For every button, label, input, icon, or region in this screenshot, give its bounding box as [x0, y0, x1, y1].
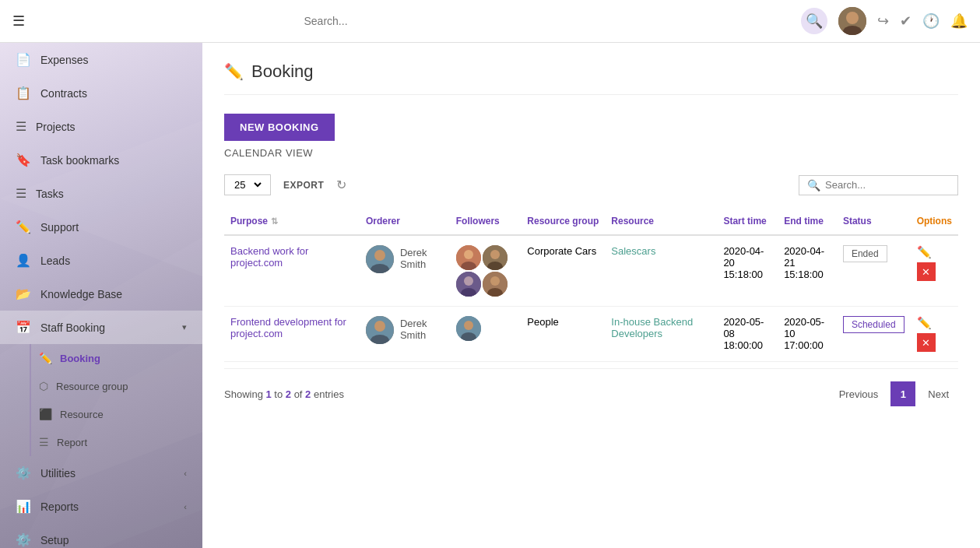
- follower-avatar: [456, 272, 481, 297]
- booking-icon: ✏️: [39, 352, 52, 364]
- sidebar-item-expenses[interactable]: 📄 Expenses: [0, 43, 202, 76]
- svg-point-19: [490, 276, 500, 286]
- status-badge: Ended: [843, 245, 887, 262]
- purpose-link[interactable]: Frontend development for project.com: [230, 316, 346, 339]
- resource-icon: ⬛: [39, 408, 52, 420]
- tasks-icon: ☰: [16, 186, 26, 201]
- task-bookmarks-icon: 🔖: [16, 153, 31, 167]
- sidebar-item-utilities[interactable]: ⚙️ Utilities ‹: [0, 456, 202, 490]
- col-purpose: Purpose ⇅: [224, 208, 360, 235]
- showing-text: Showing 1 to 2 of 2 entries: [224, 388, 344, 400]
- search-icon-button[interactable]: 🔍: [801, 8, 827, 34]
- chevron-left-icon2: ‹: [184, 502, 187, 511]
- cell-orderer: Derek Smith: [360, 307, 450, 362]
- export-button[interactable]: EXPORT: [277, 177, 330, 194]
- main-inner: ✏️ Booking NEW BOOKING CALENDAR VIEW 25 …: [202, 43, 980, 437]
- refresh-button[interactable]: ↻: [336, 177, 346, 192]
- cell-resource: Salescars: [605, 235, 717, 307]
- svg-point-13: [490, 250, 500, 259]
- sidebar-content: 📄 Expenses 📋 Contracts ☰ Projects 🔖 Task…: [0, 43, 202, 548]
- staff-booking-submenu: ✏️ Booking ⬡ Resource group ⬛ Resource ☰…: [0, 344, 202, 456]
- previous-button[interactable]: Previous: [830, 384, 888, 405]
- sidebar-item-contracts[interactable]: 📋 Contracts: [0, 76, 202, 110]
- submenu-item-label: Resource: [60, 409, 104, 420]
- pagination-bar: Showing 1 to 2 of 2 entries Previous 1 N…: [224, 368, 958, 419]
- cell-orderer: Derek Smith: [360, 235, 450, 307]
- resource-link[interactable]: Salescars: [611, 245, 655, 257]
- sidebar-item-staff-booking[interactable]: 📅 Staff Booking ▾: [0, 311, 202, 344]
- cell-options: ✏️ ✕: [911, 307, 958, 362]
- search-container: [40, 15, 801, 27]
- table-search-icon: 🔍: [807, 179, 820, 191]
- bell-icon[interactable]: 🔔: [950, 12, 968, 30]
- utilities-icon: ⚙️: [16, 465, 31, 480]
- support-icon: ✏️: [16, 220, 31, 234]
- col-followers: Followers: [450, 208, 522, 235]
- table-row: Frontend development for project.com: [224, 307, 958, 362]
- svg-point-10: [464, 250, 473, 259]
- reports-icon: 📊: [16, 499, 31, 514]
- col-resource-group: Resource group: [521, 208, 605, 235]
- sidebar-item-setup[interactable]: ⚙️ Setup: [0, 523, 202, 548]
- sidebar-item-support[interactable]: ✏️ Support: [0, 210, 202, 244]
- table-row: Backend work for project.com: [224, 235, 958, 307]
- resource-group-icon: ⬡: [39, 380, 48, 392]
- purpose-link[interactable]: Backend work for project.com: [230, 245, 308, 269]
- toolbar: 25 50 100 EXPORT ↻ 🔍: [224, 174, 958, 195]
- sidebar-item-label: Expenses: [40, 54, 187, 66]
- sidebar-item-task-bookmarks[interactable]: 🔖 Task bookmarks: [0, 143, 202, 177]
- sidebar-item-knowledge-base[interactable]: 📂 Knowledge Base: [0, 277, 202, 311]
- calendar-view-link[interactable]: CALENDAR VIEW: [224, 147, 313, 159]
- sidebar-item-leads[interactable]: 👤 Leads: [0, 244, 202, 277]
- svg-point-16: [464, 276, 473, 286]
- svg-point-25: [464, 321, 473, 330]
- menu-icon[interactable]: ☰: [12, 12, 25, 30]
- delete-button[interactable]: ✕: [917, 333, 936, 352]
- sidebar-item-tasks[interactable]: ☰ Tasks: [0, 177, 202, 210]
- clock-icon[interactable]: 🕐: [922, 12, 940, 30]
- sidebar-item-projects[interactable]: ☰ Projects: [0, 110, 202, 143]
- edit-button[interactable]: ✏️: [917, 245, 932, 259]
- col-resource: Resource: [605, 208, 717, 235]
- edit-button[interactable]: ✏️: [917, 316, 932, 330]
- expenses-icon: 📄: [16, 52, 31, 67]
- table-search-input[interactable]: [825, 179, 950, 191]
- sidebar-item-label: Support: [40, 221, 187, 234]
- page-number-1[interactable]: 1: [890, 381, 915, 406]
- sort-icon[interactable]: ⇅: [271, 216, 278, 227]
- knowledge-base-icon: 📂: [16, 286, 31, 301]
- forward-icon[interactable]: ↪: [877, 12, 889, 30]
- submenu-bar: [30, 344, 31, 456]
- sidebar-item-label: Staff Booking: [40, 321, 173, 334]
- follower-avatar: [483, 272, 508, 297]
- report-icon: ☰: [39, 436, 49, 448]
- cell-resource: In-house Backend Developers: [605, 307, 717, 362]
- user-avatar[interactable]: [838, 7, 866, 35]
- search-input[interactable]: [304, 15, 538, 27]
- resource-link[interactable]: In-house Backend Developers: [611, 316, 693, 339]
- sidebar-item-label: Leads: [40, 255, 187, 267]
- leads-icon: 👤: [16, 253, 31, 268]
- orderer-avatar: [366, 245, 394, 273]
- per-page-dropdown[interactable]: 25 50 100: [231, 178, 264, 191]
- orderer-name: Derek Smith: [400, 247, 444, 270]
- per-page-select[interactable]: 25 50 100: [224, 174, 271, 195]
- col-status: Status: [837, 208, 911, 235]
- cell-end-time: 2020-05-10 17:00:00: [778, 307, 837, 362]
- col-start-time: Start time: [717, 208, 778, 235]
- page-title: ✏️ Booking: [224, 61, 958, 95]
- sidebar-item-label: Projects: [36, 121, 187, 133]
- next-button[interactable]: Next: [919, 384, 958, 405]
- cell-status: Scheduled: [837, 307, 911, 362]
- col-end-time: End time: [778, 208, 837, 235]
- delete-button[interactable]: ✕: [917, 262, 936, 281]
- check-icon[interactable]: ✔: [900, 12, 912, 30]
- orderer-info: Derek Smith: [366, 316, 444, 344]
- new-booking-button[interactable]: NEW BOOKING: [224, 114, 335, 141]
- svg-point-22: [374, 321, 385, 332]
- cell-options: ✏️ ✕: [911, 235, 958, 307]
- chevron-down-icon: ▾: [182, 322, 187, 332]
- sidebar-item-reports[interactable]: 📊 Reports ‹: [0, 490, 202, 523]
- orderer-info: Derek Smith: [366, 245, 444, 273]
- contracts-icon: 📋: [16, 86, 31, 100]
